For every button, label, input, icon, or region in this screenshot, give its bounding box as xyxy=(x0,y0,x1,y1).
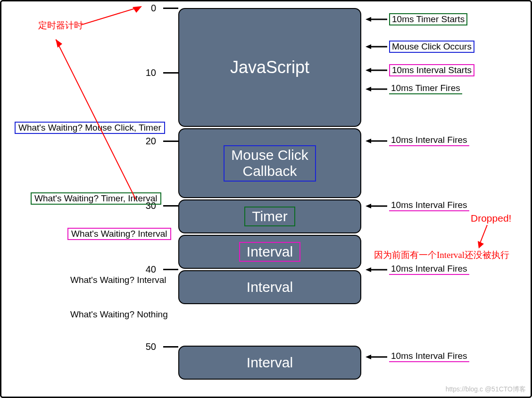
tick-30 xyxy=(163,205,178,207)
block-javascript: JavaScript xyxy=(178,8,361,127)
arrow-left-icon xyxy=(366,67,387,73)
block-label: Interval xyxy=(247,355,293,371)
annotation-dropped-reason: 因为前面有一个Interval还没被执行 xyxy=(374,249,509,261)
block-timer: Timer xyxy=(178,199,361,233)
svg-marker-15 xyxy=(366,355,371,359)
svg-marker-17 xyxy=(133,6,142,13)
arrow-left-icon xyxy=(366,44,387,50)
event-timer-starts: 10ms Timer Starts xyxy=(389,13,467,25)
arrow-left-icon xyxy=(366,203,387,209)
svg-line-16 xyxy=(81,8,135,25)
tick-20 xyxy=(163,141,178,142)
svg-marker-7 xyxy=(366,87,371,91)
arrow-left-icon xyxy=(366,17,387,22)
arrow-left-icon xyxy=(366,354,387,360)
arrow-left-icon xyxy=(366,86,387,92)
block-inner-interval1: Interval xyxy=(239,242,300,262)
block-interval-1: Interval xyxy=(178,235,361,269)
event-interval-fires-1: 10ms Interval Fires xyxy=(389,135,469,146)
annotation-dropped: Dropped! xyxy=(471,213,511,224)
waiting-4: What's Waiting? Interval xyxy=(67,275,169,285)
block-label: Timer xyxy=(252,208,288,224)
svg-marker-13 xyxy=(366,267,371,272)
block-label: Mouse ClickCallback xyxy=(231,147,308,179)
waiting-3: What's Waiting? Interval xyxy=(67,228,171,240)
tick-10 xyxy=(163,72,178,74)
event-interval-starts: 10ms Interval Starts xyxy=(389,64,474,76)
tick-40 xyxy=(163,269,178,270)
waiting-5: What's Waiting? Nothing xyxy=(67,309,171,320)
watermark: https://blog.c @51CTO博客 xyxy=(446,385,526,394)
tick-num-40: 40 xyxy=(133,264,156,275)
event-interval-fires-2: 10ms Interval Fires xyxy=(389,200,469,211)
svg-line-20 xyxy=(480,225,487,243)
red-arrow-icon xyxy=(478,225,492,249)
svg-marker-9 xyxy=(366,139,371,143)
block-interval-3: Interval xyxy=(178,346,361,380)
red-arrow-icon xyxy=(56,39,141,204)
arrow-left-icon xyxy=(366,267,387,273)
block-inner-mouse: Mouse ClickCallback xyxy=(224,145,316,182)
arrow-left-icon xyxy=(366,138,387,144)
tick-50 xyxy=(163,346,178,348)
block-label: Interval xyxy=(247,244,293,259)
annotation-timer-cn: 定时器计时 xyxy=(38,19,83,32)
svg-marker-11 xyxy=(366,204,371,208)
tick-num-50: 50 xyxy=(133,341,156,352)
block-mouse-callback: Mouse ClickCallback xyxy=(178,128,361,198)
block-interval-2: Interval xyxy=(178,270,361,304)
block-inner-timer: Timer xyxy=(244,207,295,227)
red-arrow-icon xyxy=(81,6,142,27)
block-label: Interval xyxy=(247,279,293,295)
svg-marker-19 xyxy=(56,39,62,48)
event-interval-fires-3: 10ms Interval Fires xyxy=(389,264,469,275)
event-timer-fires: 10ms Timer Fires xyxy=(389,83,462,94)
svg-marker-3 xyxy=(366,44,371,49)
tick-0 xyxy=(163,8,178,9)
event-mouse-click: Mouse Click Occurs xyxy=(389,41,474,53)
svg-marker-1 xyxy=(366,17,371,22)
block-label: JavaScript xyxy=(230,58,309,77)
event-interval-fires-4: 10ms Interval Fires xyxy=(389,351,469,362)
svg-line-18 xyxy=(56,39,136,199)
svg-marker-5 xyxy=(366,68,371,73)
